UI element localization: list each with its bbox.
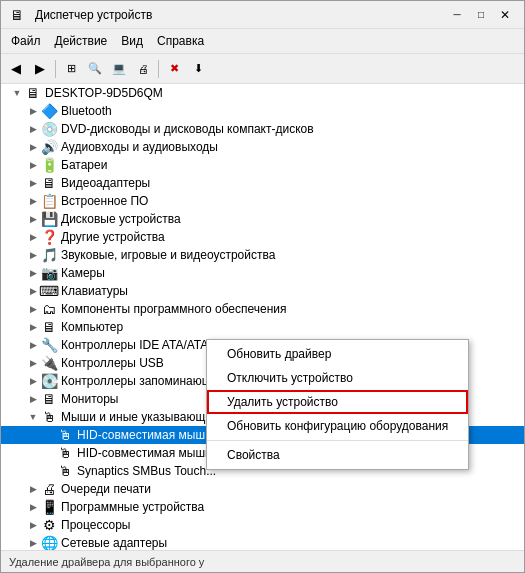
- tree-item-software-devices[interactable]: ▶ 📱 Программные устройства: [1, 498, 524, 516]
- video-label: Видеоадаптеры: [61, 176, 150, 190]
- title-bar: 🖥 Диспетчер устройств ─ □ ✕: [1, 1, 524, 29]
- download-button[interactable]: ⬇: [187, 58, 209, 80]
- tree-item-batteries[interactable]: ▶ 🔋 Батареи: [1, 156, 524, 174]
- menu-help[interactable]: Справка: [151, 31, 210, 51]
- tree-item-audio[interactable]: ▶ 🔊 Аудиовходы и аудиовыходы: [1, 138, 524, 156]
- status-text: Удаление драйвера для выбранного у: [9, 556, 204, 568]
- hid2-icon: 🖱: [57, 445, 73, 461]
- tree-item-bluetooth[interactable]: ▶ 🔷 Bluetooth: [1, 102, 524, 120]
- expand-root-icon: ▼: [9, 85, 25, 101]
- ide-label: Контроллеры IDE ATA/ATAPI: [61, 338, 220, 352]
- tree-item-firmware[interactable]: ▶ 📋 Встроенное ПО: [1, 192, 524, 210]
- hid1-icon: 🖱: [57, 427, 73, 443]
- network-label: Сетевые адаптеры: [61, 536, 167, 550]
- other-icon: ❓: [41, 229, 57, 245]
- window-icon: 🖥: [9, 7, 25, 23]
- synaptics-label: Synaptics SMBus Touch...: [77, 464, 216, 478]
- audio-icon: 🔊: [41, 139, 57, 155]
- expand-print-icon: ▶: [25, 481, 41, 497]
- tree-item-network[interactable]: ▶ 🌐 Сетевые адаптеры: [1, 534, 524, 550]
- properties-button[interactable]: ⊞: [60, 58, 82, 80]
- expand-proc-icon: ▶: [25, 517, 41, 533]
- toolbar: ◀ ▶ ⊞ 🔍 💻 🖨 ✖ ⬇: [1, 54, 524, 84]
- expand-disk-icon: ▶: [25, 211, 41, 227]
- ctx-separator: [207, 440, 468, 441]
- tree-item-processors[interactable]: ▶ ⚙ Процессоры: [1, 516, 524, 534]
- menu-action[interactable]: Действие: [49, 31, 114, 51]
- ctx-disable-device[interactable]: Отключить устройство: [207, 366, 468, 390]
- ctx-update-driver[interactable]: Обновить драйвер: [207, 342, 468, 366]
- expand-cam-icon: ▶: [25, 265, 41, 281]
- expand-other-icon: ▶: [25, 229, 41, 245]
- bluetooth-label: Bluetooth: [61, 104, 112, 118]
- expand-sc-icon: ▶: [25, 301, 41, 317]
- menu-view[interactable]: Вид: [115, 31, 149, 51]
- network-icon: 🌐: [41, 535, 57, 550]
- print-label: Очереди печати: [61, 482, 151, 496]
- battery-icon: 🔋: [41, 157, 57, 173]
- close-button[interactable]: ✕: [494, 4, 516, 26]
- mice-icon: 🖱: [41, 409, 57, 425]
- delete-button[interactable]: ✖: [163, 58, 185, 80]
- usb-label: Контроллеры USB: [61, 356, 164, 370]
- keyboard-icon: ⌨: [41, 283, 57, 299]
- minimize-button[interactable]: ─: [446, 4, 468, 26]
- menu-file[interactable]: Файл: [5, 31, 47, 51]
- maximize-button[interactable]: □: [470, 4, 492, 26]
- tree-item-cameras[interactable]: ▶ 📷 Камеры: [1, 264, 524, 282]
- tree-item-sound[interactable]: ▶ 🎵 Звуковые, игровые и видеоустройства: [1, 246, 524, 264]
- tree-item-print[interactable]: ▶ 🖨 Очереди печати: [1, 480, 524, 498]
- expand-fw-icon: ▶: [25, 193, 41, 209]
- computer-label: Компьютер: [61, 320, 123, 334]
- expand-hid2-icon: [41, 445, 57, 461]
- processor-icon: ⚙: [41, 517, 57, 533]
- bluetooth-icon: 🔷: [41, 103, 57, 119]
- tree-item-keyboards[interactable]: ▶ ⌨ Клавиатуры: [1, 282, 524, 300]
- status-bar: Удаление драйвера для выбранного у: [1, 550, 524, 572]
- device-button[interactable]: 💻: [108, 58, 130, 80]
- forward-button[interactable]: ▶: [29, 58, 51, 80]
- tree-root[interactable]: ▼ 🖥 DESKTOP-9D5D6QM: [1, 84, 524, 102]
- ctx-delete-device[interactable]: Удалить устройство: [207, 390, 468, 414]
- ctx-update-config[interactable]: Обновить конфигурацию оборудования: [207, 414, 468, 438]
- expand-mon-icon: ▶: [25, 391, 41, 407]
- ide-icon: 🔧: [41, 337, 57, 353]
- expand-hid1-icon: [41, 427, 57, 443]
- expand-mice-icon: ▼: [25, 409, 41, 425]
- monitor-icon: 🖥: [41, 391, 57, 407]
- expand-audio-icon: ▶: [25, 139, 41, 155]
- synaptics-icon: 🖱: [57, 463, 73, 479]
- update-driver-button[interactable]: 🔍: [84, 58, 106, 80]
- keyboards-label: Клавиатуры: [61, 284, 128, 298]
- tree-item-video[interactable]: ▶ 🖥 Видеоадаптеры: [1, 174, 524, 192]
- tree-item-software-components[interactable]: ▶ 🗂 Компоненты программного обеспечения: [1, 300, 524, 318]
- batteries-label: Батареи: [61, 158, 107, 172]
- expand-ide-icon: ▶: [25, 337, 41, 353]
- expand-dvd-icon: ▶: [25, 121, 41, 137]
- back-button[interactable]: ◀: [5, 58, 27, 80]
- window-title: Диспетчер устройств: [35, 8, 440, 22]
- device-tree[interactable]: ▼ 🖥 DESKTOP-9D5D6QM ▶ 🔷 Bluetooth ▶ 💿 DV…: [1, 84, 524, 550]
- video-icon: 🖥: [41, 175, 57, 191]
- processors-label: Процессоры: [61, 518, 131, 532]
- firmware-label: Встроенное ПО: [61, 194, 148, 208]
- print-button[interactable]: 🖨: [132, 58, 154, 80]
- tree-item-disk[interactable]: ▶ 💾 Дисковые устройства: [1, 210, 524, 228]
- print-icon: 🖨: [41, 481, 57, 497]
- software-components-icon: 🗂: [41, 301, 57, 317]
- tree-item-computer[interactable]: ▶ 🖥 Компьютер: [1, 318, 524, 336]
- sound-label: Звуковые, игровые и видеоустройства: [61, 248, 275, 262]
- ctx-properties[interactable]: Свойства: [207, 443, 468, 467]
- other-label: Другие устройства: [61, 230, 165, 244]
- computer-item-icon: 🖥: [41, 319, 57, 335]
- hid1-label: HID-совместимая мыш...: [77, 428, 215, 442]
- dvd-icon: 💿: [41, 121, 57, 137]
- root-label: DESKTOP-9D5D6QM: [45, 86, 163, 100]
- tree-item-other[interactable]: ▶ ❓ Другие устройства: [1, 228, 524, 246]
- expand-stor-icon: ▶: [25, 373, 41, 389]
- dvd-label: DVD-дисководы и дисководы компакт-дисков: [61, 122, 314, 136]
- monitors-label: Мониторы: [61, 392, 118, 406]
- tree-item-dvd[interactable]: ▶ 💿 DVD-дисководы и дисководы компакт-ди…: [1, 120, 524, 138]
- toolbar-separator-2: [158, 60, 159, 78]
- expand-syn-icon: [41, 463, 57, 479]
